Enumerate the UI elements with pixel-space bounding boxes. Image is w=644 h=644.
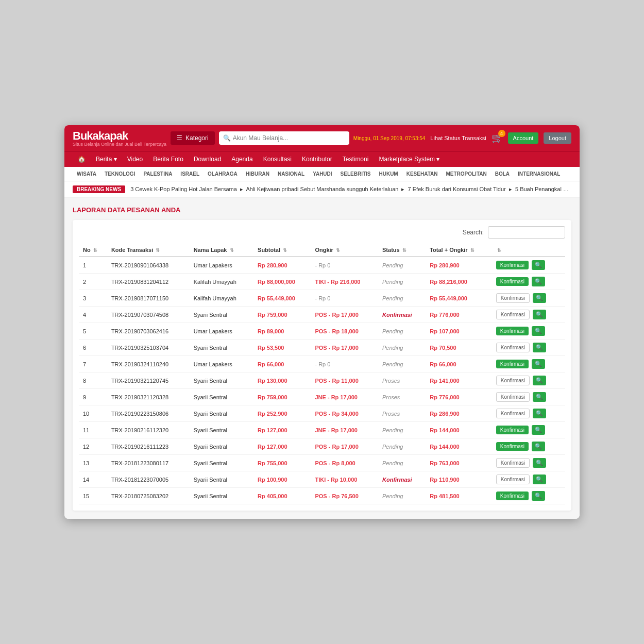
nav-download[interactable]: Download (189, 151, 226, 167)
nav-home[interactable]: 🏠 (73, 151, 91, 167)
konfirmasi-button[interactable]: Konfirmasi (496, 327, 529, 335)
konfirmasi-button[interactable]: Konfirmasi (496, 492, 529, 500)
konfirmasi-button[interactable]: Konfirmasi (496, 409, 530, 418)
search-detail-button[interactable]: 🔍 (533, 376, 546, 385)
cell-subtotal: Rp 88,000,000 (253, 274, 311, 290)
konfirmasi-button[interactable]: Konfirmasi (496, 261, 529, 269)
search-detail-button[interactable]: 🔍 (532, 326, 545, 336)
cell-ongkir: JNE - Rp 17,000 (311, 389, 378, 405)
nav-yahudi[interactable]: YAHUDI (309, 169, 336, 179)
search-detail-button[interactable]: 🔍 (533, 458, 546, 468)
cell-status: Pending (378, 257, 426, 274)
cell-kode: TRX-20190703062416 (107, 323, 190, 340)
konfirmasi-button[interactable]: Konfirmasi (496, 376, 530, 385)
table-search-input[interactable] (488, 226, 565, 239)
nav-palestina[interactable]: PALESTINA (139, 169, 176, 179)
cell-action: Konfirmasi 🔍 (492, 405, 565, 422)
konfirmasi-button[interactable]: Konfirmasi (496, 392, 530, 402)
search-detail-button[interactable]: 🔍 (533, 293, 546, 303)
lihat-status-transaksi[interactable]: Lihat Status Transaksi (430, 135, 486, 141)
search-detail-button[interactable]: 🔍 (533, 392, 546, 402)
search-detail-button[interactable]: 🔍 (533, 409, 546, 418)
nav-nasional[interactable]: NASIONAL (274, 169, 309, 179)
nav-hukum[interactable]: HUKUM (375, 169, 402, 179)
cell-status: Pending (378, 340, 426, 356)
search-detail-button[interactable]: 🔍 (532, 491, 545, 501)
cell-no: 8 (79, 372, 107, 389)
content-area: LAPORAN DATA PESANAN ANDA Search: No ⇅ K… (64, 198, 580, 519)
cell-action: Konfirmasi 🔍 (492, 438, 565, 455)
search-detail-button[interactable]: 🔍 (532, 442, 545, 451)
cell-lapak: Syarii Sentral (190, 471, 253, 488)
konfirmasi-button[interactable]: Konfirmasi (496, 277, 529, 286)
nav-teknologi[interactable]: TEKNOLOGI (100, 169, 139, 179)
cell-lapak: Umar Lapakers (190, 257, 253, 274)
breaking-news-text: 3 Cewek K-Pop Paling Hot Jalan Bersama ▸… (130, 186, 571, 193)
cell-status: Proses (378, 405, 426, 422)
cell-total: Rp 280,900 (426, 257, 492, 274)
nav-marketplace[interactable]: Marketplace System ▾ (374, 151, 445, 167)
col-status[interactable]: Status ⇅ (378, 244, 426, 257)
nav-kontributor[interactable]: Kontributor (297, 151, 337, 167)
cart-icon[interactable]: 🛒 4 (492, 132, 503, 144)
main-nav: 🏠 Berita ▾ Video Berita Foto Download Ag… (64, 151, 580, 167)
konfirmasi-button[interactable]: Konfirmasi (496, 293, 530, 303)
col-ongkir[interactable]: Ongkir ⇅ (311, 244, 378, 257)
nav-metropolitan[interactable]: METROPOLITAN (442, 169, 490, 179)
nav-hiburan[interactable]: HIBURAN (242, 169, 274, 179)
col-kode[interactable]: Kode Transaksi ⇅ (107, 244, 190, 257)
col-no[interactable]: No ⇅ (79, 244, 107, 257)
search-detail-button[interactable]: 🔍 (532, 260, 545, 270)
nav-olahraga[interactable]: OLAHRAGA (204, 169, 242, 179)
col-total[interactable]: Total + Ongkir ⇅ (426, 244, 492, 257)
cell-no: 15 (79, 488, 107, 504)
konfirmasi-button[interactable]: Konfirmasi (496, 360, 529, 368)
nav-berita[interactable]: Berita ▾ (91, 151, 122, 167)
nav-selebritis[interactable]: SELEBRITIS (336, 169, 375, 179)
konfirmasi-button[interactable]: Konfirmasi (496, 426, 529, 434)
nav-kesehatan[interactable]: KESEHATAN (402, 169, 442, 179)
konfirmasi-button[interactable]: Konfirmasi (496, 343, 530, 352)
nav-berita-foto[interactable]: Berita Foto (148, 151, 189, 167)
nav-wisata[interactable]: WISATA (73, 169, 100, 179)
search-detail-button[interactable]: 🔍 (532, 277, 545, 286)
col-subtotal[interactable]: Subtotal ⇅ (253, 244, 311, 257)
search-detail-button[interactable]: 🔍 (533, 474, 546, 484)
search-input[interactable] (231, 131, 345, 145)
search-detail-button[interactable]: 🔍 (532, 359, 545, 369)
cell-no: 2 (79, 274, 107, 290)
cell-kode: TRX-20190324110240 (107, 356, 190, 372)
cell-total: Rp 481,500 (426, 488, 492, 504)
search-detail-button[interactable]: 🔍 (533, 310, 546, 319)
nav-video[interactable]: Video (122, 151, 148, 167)
nav-internasional[interactable]: INTERNASIONAL (514, 169, 564, 179)
cell-action: Konfirmasi 🔍 (492, 257, 565, 274)
konfirmasi-button[interactable]: Konfirmasi (496, 310, 530, 319)
nav-bola[interactable]: BOLA (491, 169, 514, 179)
cell-lapak: Umar Lapakers (190, 323, 253, 340)
nav-agenda[interactable]: Agenda (226, 151, 258, 167)
konfirmasi-button[interactable]: Konfirmasi (496, 474, 530, 484)
kategori-button[interactable]: ☰ Kategori (171, 131, 215, 145)
cell-subtotal: Rp 89,000 (253, 323, 311, 340)
search-detail-button[interactable]: 🔍 (533, 343, 546, 352)
cell-ongkir: POS - Rp 17,000 (311, 307, 378, 323)
cell-status: Pending (378, 274, 426, 290)
col-lapak[interactable]: Nama Lapak ⇅ (190, 244, 253, 257)
nav-israel[interactable]: ISRAEL (176, 169, 204, 179)
cell-ongkir: POS - Rp 11,000 (311, 372, 378, 389)
account-button[interactable]: Account (508, 132, 539, 144)
search-detail-button[interactable]: 🔍 (532, 425, 545, 435)
konfirmasi-button[interactable]: Konfirmasi (496, 458, 530, 468)
cell-lapak: Syarii Sentral (190, 405, 253, 422)
cell-subtotal: Rp 252,900 (253, 405, 311, 422)
cell-no: 1 (79, 257, 107, 274)
nav-testimoni[interactable]: Testimoni (337, 151, 374, 167)
konfirmasi-button[interactable]: Konfirmasi (496, 442, 529, 451)
logout-button[interactable]: Logout (544, 132, 571, 144)
report-title: LAPORAN DATA PESANAN ANDA (73, 206, 571, 214)
table-row: 1 TRX-20190901064338 Umar Lapakers Rp 28… (79, 257, 565, 274)
cell-no: 3 (79, 290, 107, 307)
nav-konsultasi[interactable]: Konsultasi (258, 151, 297, 167)
breaking-news-label: BREAKING NEWS (73, 185, 125, 193)
